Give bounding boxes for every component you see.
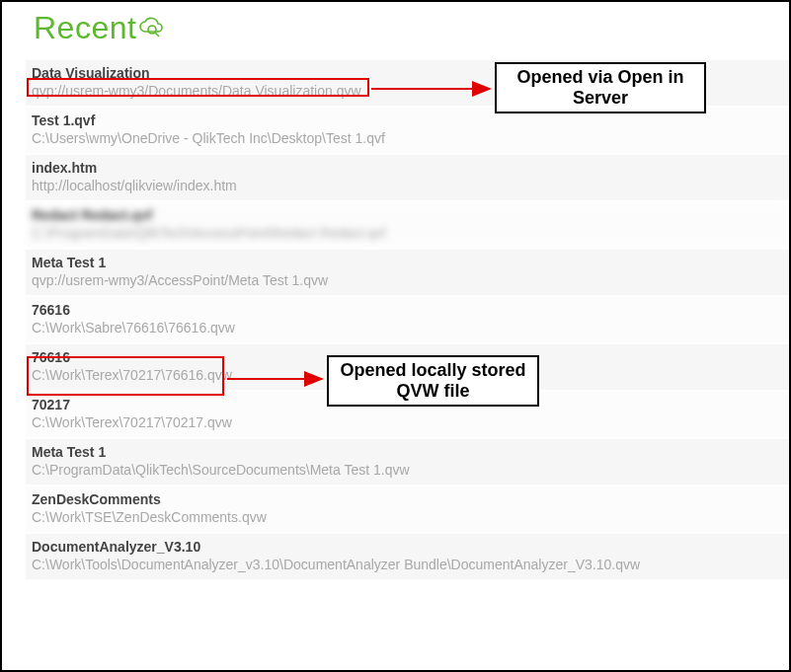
- recent-item-path: C:\Users\wmy\OneDrive - QlikTech Inc\Des…: [32, 129, 783, 147]
- recent-item-title: Redact Redact.qvf: [32, 206, 783, 224]
- recent-item-title: DocumentAnalyzer_V3.10: [32, 538, 783, 556]
- recent-item-title: 76616: [32, 301, 783, 319]
- recent-item[interactable]: 76616 C:\Work\Terex\70217\76616.qvw: [26, 344, 789, 390]
- recent-item[interactable]: 76616 C:\Work\Sabre\76616\76616.qvw: [26, 297, 789, 342]
- recent-item-path: qvp://usrem-wmy3/Documents/Data Visualiz…: [32, 82, 783, 100]
- recent-item-title: Data Visualization: [32, 64, 783, 82]
- recent-item-title: 76616: [32, 348, 783, 366]
- recent-item-title: Meta Test 1: [32, 443, 783, 461]
- qlik-cloud-icon: [138, 15, 164, 44]
- recent-item-path: C:\Work\Terex\70217\70217.qvw: [32, 413, 783, 431]
- recent-title: Recent: [34, 10, 136, 46]
- recent-list: Data Visualization qvp://usrem-wmy3/Docu…: [26, 60, 789, 579]
- recent-item-title: Meta Test 1: [32, 254, 783, 271]
- recent-item-path: http://localhost/qlikview/index.htm: [32, 177, 783, 194]
- recent-item-path: C:\Work\Terex\70217\76616.qvw: [32, 366, 783, 384]
- recent-item[interactable]: Meta Test 1 C:\ProgramData\QlikTech\Sour…: [26, 439, 789, 485]
- recent-item-path: C:\Work\Tools\DocumentAnalyzer_v3.10\Doc…: [32, 556, 783, 573]
- recent-item-path: C:\ProgramData\QlikTech\AccessPoint\Reda…: [32, 224, 783, 242]
- recent-item[interactable]: Test 1.qvf C:\Users\wmy\OneDrive - QlikT…: [26, 108, 789, 153]
- recent-item[interactable]: DocumentAnalyzer_V3.10 C:\Work\Tools\Doc…: [26, 534, 789, 579]
- recent-item[interactable]: ZenDeskComments C:\Work\TSE\ZenDeskComme…: [26, 486, 789, 532]
- recent-item-title: ZenDeskComments: [32, 490, 783, 508]
- recent-item[interactable]: Redact Redact.qvf C:\ProgramData\QlikTec…: [26, 202, 789, 248]
- recent-item[interactable]: Data Visualization qvp://usrem-wmy3/Docu…: [26, 60, 789, 106]
- recent-item[interactable]: Meta Test 1 qvp://usrem-wmy3/AccessPoint…: [26, 250, 789, 295]
- recent-item-path: qvp://usrem-wmy3/AccessPoint/Meta Test 1…: [32, 271, 783, 289]
- recent-item[interactable]: 70217 C:\Work\Terex\70217\70217.qvw: [26, 392, 789, 437]
- recent-item-title: 70217: [32, 396, 783, 413]
- recent-item[interactable]: index.htm http://localhost/qlikview/inde…: [26, 155, 789, 200]
- svg-line-1: [155, 33, 159, 37]
- recent-item-title: Test 1.qvf: [32, 112, 783, 129]
- recent-item-path: C:\ProgramData\QlikTech\SourceDocuments\…: [32, 461, 783, 479]
- recent-item-path: C:\Work\Sabre\76616\76616.qvw: [32, 319, 783, 336]
- recent-item-title: index.htm: [32, 159, 783, 177]
- recent-header: Recent: [26, 10, 789, 46]
- recent-item-path: C:\Work\TSE\ZenDeskComments.qvw: [32, 508, 783, 526]
